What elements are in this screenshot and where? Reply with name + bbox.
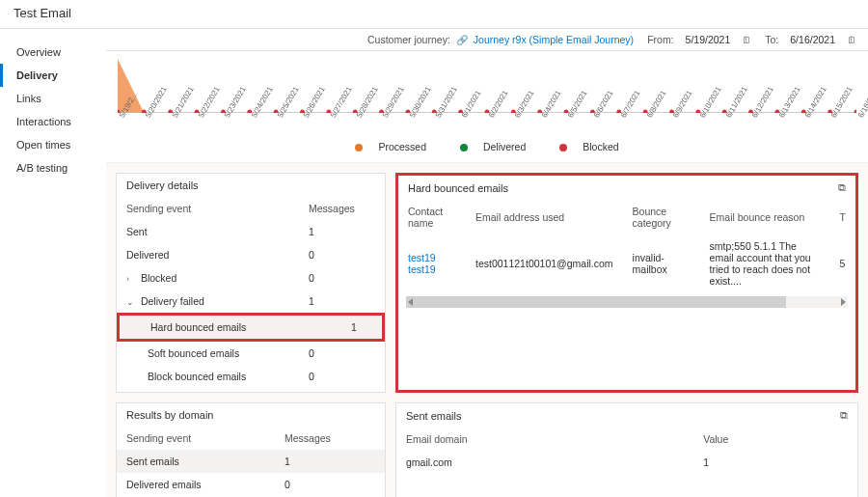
hard-bounced-title: Hard bounced emails <box>408 182 508 194</box>
table-row[interactable]: Sent emails1 <box>117 450 385 473</box>
table-row[interactable]: Delivered0 <box>117 243 385 266</box>
table-row[interactable]: › Blocked0 <box>117 266 385 290</box>
chevron-right-icon[interactable]: › <box>126 274 138 284</box>
legend-blocked: Blocked <box>583 141 618 152</box>
tick-label: 5/28/2021 <box>355 115 363 120</box>
processed-dot-icon <box>355 144 363 152</box>
tick-label: 5/20/2021 <box>144 115 151 120</box>
tick-label: 6/7/2021 <box>619 115 627 120</box>
tick-label: 5/19/2... <box>118 115 125 120</box>
col-domain[interactable]: Email domain <box>396 428 693 451</box>
header-bar: Customer journey: 🔗 Journey r9x (Simple … <box>106 29 868 51</box>
content-area: Customer journey: 🔗 Journey r9x (Simple … <box>106 29 868 497</box>
results-by-domain-card: Results by domain Sending event Messages… <box>116 402 386 497</box>
table-row[interactable]: Block bounced emails0 <box>117 365 385 388</box>
tick-label: 6/10/2021 <box>698 115 706 120</box>
from-date[interactable]: 5/19/2021 <box>680 33 737 46</box>
row-label: Delivered emails <box>117 473 275 496</box>
table-row[interactable]: Soft bounced emails0 <box>117 342 385 365</box>
sidebar-item-open-times[interactable]: Open times <box>0 133 106 156</box>
row-label: Sent emails <box>117 450 275 473</box>
cell-reason: smtp;550 5.1.1 The email account that yo… <box>700 235 830 292</box>
sidebar-item-interactions[interactable]: Interactions <box>0 110 106 133</box>
col-category[interactable]: Bounce category <box>623 200 700 235</box>
tick-label: 5/26/2021 <box>302 115 310 120</box>
tick-label: 6/3/2021 <box>513 115 521 120</box>
tick-label: 5/22/2021 <box>197 115 204 120</box>
tick-label: 5/23/2021 <box>223 115 231 120</box>
timeline-axis: 5/19/2...5/20/20215/21/20215/22/20215/23… <box>118 115 856 124</box>
row-value: 1 <box>299 220 385 243</box>
col-trail[interactable]: T <box>830 200 855 235</box>
tick-label: 5/25/2021 <box>276 115 284 120</box>
sent-emails-card: Sent emails ⧉ Email domain Value gmail.c… <box>395 402 858 497</box>
timeline-card: 5/19/2...5/20/20215/21/20215/22/20215/23… <box>106 51 868 163</box>
legend-processed: Processed <box>378 141 426 152</box>
tick-label: 6/6/2021 <box>592 115 600 120</box>
export-icon[interactable]: ⧉ <box>840 409 848 422</box>
row-value: 0 <box>299 342 385 365</box>
table-row[interactable]: gmail.com1 <box>396 451 857 474</box>
from-label: From: <box>647 34 673 45</box>
col-messages[interactable]: Messages <box>299 197 385 220</box>
tick-label: 5/31/2021 <box>434 115 442 120</box>
row-value: 0 <box>299 365 385 388</box>
table-row[interactable]: test19 test19 test001121t00101@gmail.com… <box>398 235 855 292</box>
svg-point-30 <box>854 110 856 114</box>
sent-emails-title: Sent emails <box>406 410 461 422</box>
table-row[interactable]: ⌄ Delivery failed1 <box>117 290 385 313</box>
tick-label: 6/1/2021 <box>460 115 468 120</box>
tick-label: 6/16/2021 <box>856 115 864 120</box>
tick-label: 5/24/2021 <box>250 115 258 120</box>
tick-label: 6/4/2021 <box>540 115 548 120</box>
tick-label: 5/29/2021 <box>381 115 389 120</box>
blocked-dot-icon <box>559 144 567 152</box>
sidebar-item-overview[interactable]: Overview <box>0 41 106 64</box>
journey-label: Customer journey: <box>367 34 450 45</box>
tick-label: 6/14/2021 <box>803 115 811 120</box>
page-title: Test Email <box>0 0 868 29</box>
row-value: 1 <box>341 316 382 339</box>
tick-label: 5/27/2021 <box>329 115 337 120</box>
to-label: To: <box>765 34 778 45</box>
table-row[interactable]: Hard bounced emails1 <box>120 316 382 339</box>
contact-link[interactable]: test19 test19 <box>408 252 436 275</box>
col-reason[interactable]: Email bounce reason <box>700 200 830 235</box>
calendar-icon[interactable]: 🗓 <box>847 35 856 45</box>
col-email[interactable]: Email address used <box>466 200 623 235</box>
row-label: Sent <box>126 226 148 237</box>
col-contact[interactable]: Contact name <box>398 200 466 235</box>
sidebar-item-a-b-testing[interactable]: A/B testing <box>0 156 106 179</box>
chevron-down-icon[interactable]: ⌄ <box>126 297 138 307</box>
row-label: gmail.com <box>396 451 693 474</box>
legend-delivered: Delivered <box>483 141 526 152</box>
row-label: Blocked <box>141 272 176 284</box>
to-date[interactable]: 6/16/2021 <box>784 33 841 46</box>
col-sending-event[interactable]: Sending event <box>117 427 275 450</box>
sidebar-item-links[interactable]: Links <box>0 87 106 110</box>
cell-email: test001121t00101@gmail.com <box>466 235 623 292</box>
row-value: 1 <box>299 290 385 313</box>
timeline-legend: Processed Delivered Blocked <box>118 141 856 152</box>
hard-bounced-card: Hard bounced emails ⧉ Contact name Email… <box>395 173 858 393</box>
results-by-domain-title: Results by domain <box>117 403 385 427</box>
col-messages[interactable]: Messages <box>275 427 385 450</box>
delivered-dot-icon <box>460 144 468 152</box>
col-sending-event[interactable]: Sending event <box>117 197 299 220</box>
table-row[interactable]: Sent1 <box>117 220 385 243</box>
row-label: Delivered <box>126 249 169 261</box>
journey-link[interactable]: Journey r9x (Simple Email Journey) <box>474 34 634 45</box>
table-row[interactable]: Delivered emails0 <box>117 473 385 496</box>
journey-icon: 🔗 <box>456 35 468 45</box>
col-value[interactable]: Value <box>693 428 857 451</box>
cell-trail: 5 <box>830 235 855 292</box>
export-icon[interactable]: ⧉ <box>838 181 846 194</box>
calendar-icon[interactable]: 🗓 <box>742 35 751 45</box>
row-label: Hard bounced emails <box>150 321 246 333</box>
hard-bounced-table: Contact name Email address used Bounce c… <box>398 200 855 292</box>
sidebar-item-delivery[interactable]: Delivery <box>0 64 106 87</box>
tick-label: 6/8/2021 <box>645 115 653 120</box>
horizontal-scrollbar[interactable] <box>406 296 848 308</box>
results-by-domain-table: Sending event Messages Sent emails1Deliv… <box>117 427 385 496</box>
tick-label: 6/5/2021 <box>566 115 574 120</box>
